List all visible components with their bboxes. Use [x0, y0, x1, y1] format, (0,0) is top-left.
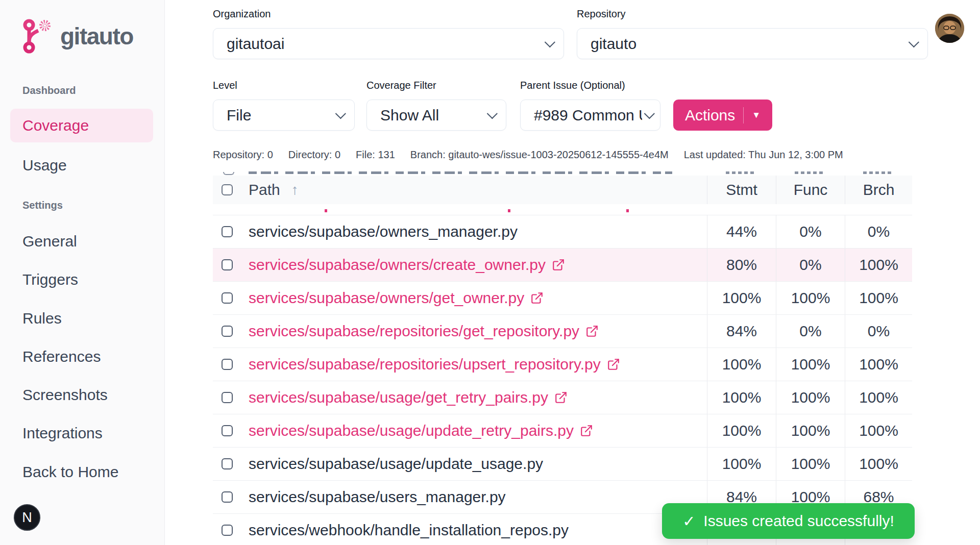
func-cell: 100% [776, 282, 845, 314]
row-checkbox[interactable] [222, 292, 233, 304]
checkbox-cell [213, 448, 241, 480]
func-cell: 0% [776, 215, 845, 248]
external-link-icon[interactable] [585, 325, 599, 338]
sidebar-item-usage[interactable]: Usage [22, 157, 67, 174]
file-path: services/supabase/usage/update_usage.py [249, 455, 543, 473]
row-checkbox[interactable] [222, 359, 233, 370]
sidebar-item-coverage[interactable]: Coverage [10, 109, 153, 142]
row-checkbox[interactable] [222, 259, 233, 270]
row-checkbox[interactable] [222, 458, 233, 469]
table-row: services/supabase/usage/update_retry_pai… [213, 414, 912, 447]
chevron-down-icon [644, 108, 655, 119]
check-icon: ✓ [682, 512, 695, 530]
table-row: services/supabase/owners/create_owner.py… [213, 248, 912, 281]
external-link-icon[interactable] [530, 291, 544, 305]
stmt-cell: 84% [707, 315, 776, 348]
brch-cell: 100% [845, 282, 912, 314]
file-path[interactable]: services/supabase/repositories/get_repos… [249, 323, 579, 340]
row-checkbox[interactable] [222, 226, 233, 237]
nextjs-dev-badge[interactable]: N [14, 504, 40, 531]
chevron-down-icon [545, 37, 555, 47]
header-stmt[interactable]: Stmt [707, 176, 776, 204]
parent-issue-label: Parent Issue (Optional) [520, 80, 625, 91]
row-checkbox[interactable] [222, 525, 233, 536]
func-cell: 100% [776, 348, 845, 381]
chevron-down-icon [909, 37, 919, 47]
path-cell: services/supabase/repositories/get_repos… [241, 315, 707, 348]
checkbox-cell [213, 215, 241, 248]
actions-button[interactable]: Actions ▼ [673, 100, 772, 131]
stmt-cell: 100% [707, 348, 776, 381]
file-path[interactable]: services/supabase/usage/update_retry_pai… [249, 422, 574, 439]
checkbox-cell [213, 414, 241, 447]
sidebar-item-general[interactable]: General [22, 233, 77, 250]
external-link-icon[interactable] [607, 358, 620, 371]
row-checkbox[interactable] [222, 392, 233, 403]
checkbox-cell [213, 315, 241, 348]
stat-branch: Branch: gitauto-wes/issue-1003-20250612-… [410, 149, 669, 161]
brch-cell: 0% [845, 315, 912, 348]
external-link-icon[interactable] [580, 424, 593, 437]
file-path: services/webhook/handle_installation_rep… [249, 522, 569, 539]
external-link-icon[interactable] [554, 391, 568, 404]
coverage-filter-select[interactable]: Show All [366, 100, 506, 131]
sidebar-item-back-to-home[interactable]: Back to Home [22, 463, 118, 481]
brch-cell: 100% [845, 249, 912, 281]
organization-label: Organization [213, 8, 271, 20]
path-cell: services/supabase/usage/update_retry_pai… [241, 414, 707, 447]
path-column-label: Path [249, 181, 280, 199]
user-avatar[interactable] [935, 14, 964, 43]
path-cell: services/supabase/repositories/upsert_re… [241, 348, 707, 381]
brch-cell: 100% [845, 381, 912, 414]
file-path[interactable]: services/supabase/repositories/upsert_re… [249, 356, 601, 373]
row-checkbox[interactable] [222, 491, 233, 503]
toast-message: Issues created successfully! [703, 512, 894, 530]
level-select[interactable]: File [213, 100, 355, 131]
select-all-checkbox[interactable] [222, 184, 233, 195]
checkbox-cell [213, 514, 241, 545]
table-row: services/supabase/repositories/upsert_re… [213, 348, 912, 381]
table-row: services/supabase/owners/get_owner.py 10… [213, 281, 912, 314]
stmt-cell: 100% [707, 448, 776, 480]
file-path[interactable]: services/supabase/owners/get_owner.py [249, 289, 524, 307]
path-cell: services/supabase/users_manager.py [241, 481, 707, 513]
sidebar-item-references[interactable]: References [22, 348, 101, 365]
repository-select[interactable]: gitauto [577, 28, 928, 59]
sidebar-item-label: Coverage [22, 117, 89, 134]
sidebar-item-triggers[interactable]: Triggers [22, 271, 78, 288]
external-link-icon[interactable] [552, 258, 565, 271]
path-cell: services/supabase/owners/get_owner.py [241, 282, 707, 314]
file-path[interactable]: services/supabase/usage/get_retry_pairs.… [249, 389, 548, 406]
sidebar: gitauto Dashboard Coverage Usage Setting… [0, 0, 165, 545]
file-path: services/supabase/users_manager.py [249, 488, 506, 506]
func-cell: 100% [776, 381, 845, 414]
path-cell: services/supabase/owners/create_owner.py [241, 249, 707, 281]
header-path[interactable]: Path ↑ [241, 176, 707, 204]
level-label: Level [213, 80, 237, 91]
brand-logo[interactable]: gitauto [22, 18, 133, 54]
header-func[interactable]: Func [776, 176, 845, 204]
stat-file: File: 131 [356, 149, 395, 161]
sidebar-item-screenshots[interactable]: Screenshots [22, 386, 108, 404]
caret-down-icon: ▼ [752, 110, 761, 120]
table-row: services/supabase/usage/update_usage.py … [213, 447, 912, 480]
clipped-row-below-header [213, 204, 912, 215]
header-brch[interactable]: Brch [845, 176, 912, 204]
stmt-cell: 100% [707, 282, 776, 314]
stmt-cell: 100% [707, 381, 776, 414]
sidebar-item-rules[interactable]: Rules [22, 310, 62, 327]
path-cell: services/webhook/handle_installation_rep… [241, 514, 707, 545]
row-checkbox[interactable] [222, 326, 233, 337]
brch-cell: 100% [845, 448, 912, 480]
sidebar-item-integrations[interactable]: Integrations [22, 425, 103, 442]
coverage-filter-value: Show All [380, 107, 439, 124]
organization-select[interactable]: gitautoai [213, 28, 564, 59]
chevron-down-icon [487, 108, 498, 119]
table-header: Path ↑ Stmt Func Brch [213, 176, 912, 204]
func-cell: 0% [776, 315, 845, 348]
file-path[interactable]: services/supabase/owners/create_owner.py [249, 256, 546, 274]
row-checkbox[interactable] [222, 425, 233, 436]
parent-issue-select[interactable]: #989 Common U [520, 100, 660, 131]
stmt-cell: 44% [707, 215, 776, 248]
avatar-photo [935, 14, 964, 43]
